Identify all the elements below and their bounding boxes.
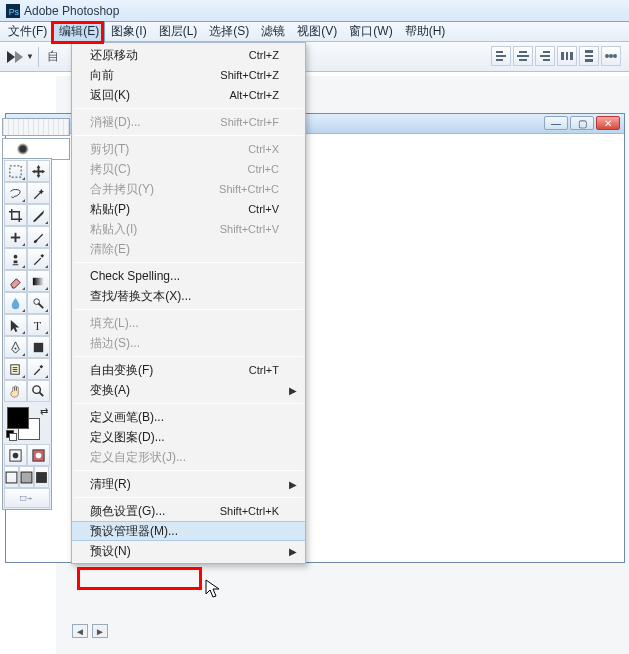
tool-eyedropper[interactable] — [27, 358, 50, 380]
svg-rect-3 — [566, 52, 568, 60]
svg-rect-14 — [33, 277, 44, 285]
tool-crop[interactable] — [4, 204, 27, 226]
menu-separator — [74, 309, 303, 310]
tool-dodge[interactable] — [27, 292, 50, 314]
tool-notes[interactable] — [4, 358, 27, 380]
svg-rect-7 — [585, 59, 593, 62]
svg-point-9 — [609, 54, 613, 58]
svg-text:T: T — [34, 319, 42, 333]
color-swatches: ⇄ — [4, 404, 50, 442]
menubar: 文件(F) 编辑(E) 图象(I) 图层(L) 选择(S) 滤镜 视图(V) 窗… — [0, 22, 629, 42]
minimize-button[interactable]: — — [544, 116, 568, 130]
tool-hand[interactable] — [4, 380, 27, 402]
submenu-arrow-icon: ▶ — [289, 385, 297, 396]
menu-item-stroke: 描边(S)... — [72, 333, 305, 353]
tool-stamp[interactable] — [4, 248, 27, 270]
menu-image[interactable]: 图象(I) — [105, 21, 152, 42]
menu-item-purge[interactable]: 清理(R)▶ — [72, 474, 305, 494]
menu-file[interactable]: 文件(F) — [2, 21, 53, 42]
submenu-arrow-icon: ▶ — [289, 546, 297, 557]
svg-rect-13 — [15, 232, 17, 241]
menu-layer[interactable]: 图层(L) — [153, 21, 204, 42]
tool-slice[interactable] — [27, 204, 50, 226]
menu-separator — [74, 135, 303, 136]
canvas-pager: ◄ ► — [72, 624, 108, 638]
menu-item-color-settings[interactable]: 颜色设置(G)...Shift+Ctrl+K — [72, 501, 305, 521]
menu-item-preset-manager[interactable]: 预设管理器(M)... — [72, 521, 305, 541]
tool-gradient[interactable] — [27, 270, 50, 292]
options-label-auto: 自 — [47, 48, 59, 65]
menu-item-paste-into: 粘贴入(I)Shift+Ctrl+V — [72, 219, 305, 239]
menu-item-paste[interactable]: 粘贴(P)Ctrl+V — [72, 199, 305, 219]
menu-item-check-spelling[interactable]: Check Spelling... — [72, 266, 305, 286]
menu-item-undo[interactable]: 还原移动Ctrl+Z — [72, 45, 305, 65]
screenmode-menubar-button[interactable] — [19, 466, 34, 488]
tool-shape[interactable] — [27, 336, 50, 358]
maximize-button[interactable]: ▢ — [570, 116, 594, 130]
tool-pen[interactable] — [4, 336, 27, 358]
menu-edit[interactable]: 编辑(E) — [53, 21, 105, 42]
swap-colors-button[interactable]: ⇄ — [40, 406, 48, 417]
window-controls: — ▢ ✕ — [544, 116, 620, 130]
pager-next-button[interactable]: ► — [92, 624, 108, 638]
menu-item-fill: 填充(L)... — [72, 313, 305, 333]
menu-select[interactable]: 选择(S) — [203, 21, 255, 42]
foreground-color-swatch[interactable] — [7, 407, 29, 429]
menu-item-preferences[interactable]: 预设(N)▶ — [72, 541, 305, 561]
menu-window[interactable]: 窗口(W) — [343, 21, 398, 42]
pager-prev-button[interactable]: ◄ — [72, 624, 88, 638]
menu-item-transform[interactable]: 变换(A)▶ — [72, 380, 305, 400]
tool-preset-button[interactable]: ▼ — [6, 50, 34, 64]
tool-heal[interactable] — [4, 226, 27, 248]
tool-blur[interactable] — [4, 292, 27, 314]
tool-wand[interactable] — [27, 182, 50, 204]
menu-item-step-forward[interactable]: 向前Shift+Ctrl+Z — [72, 65, 305, 85]
svg-point-20 — [33, 385, 41, 393]
tool-move[interactable] — [27, 160, 50, 182]
jump-to-imageready-button[interactable] — [4, 488, 50, 508]
menu-view[interactable]: 视图(V) — [291, 21, 343, 42]
tool-type[interactable]: T — [27, 314, 50, 336]
menu-item-define-shape: 定义自定形状(J)... — [72, 447, 305, 467]
svg-point-24 — [36, 452, 42, 458]
distribute-h-button[interactable] — [557, 46, 577, 66]
tool-zoom[interactable] — [27, 380, 50, 402]
menu-help[interactable]: 帮助(H) — [399, 21, 452, 42]
menu-filter[interactable]: 滤镜 — [255, 21, 291, 42]
toolbox: T ⇄ — [2, 158, 52, 510]
align-center-button[interactable] — [513, 46, 533, 66]
menu-item-define-brush[interactable]: 定义画笔(B)... — [72, 407, 305, 427]
align-right-button[interactable] — [535, 46, 555, 66]
tool-path-select[interactable] — [4, 314, 27, 336]
menu-item-free-transform[interactable]: 自由变换(F)Ctrl+T — [72, 360, 305, 380]
app-title: Adobe Photoshop — [24, 4, 119, 18]
align-left-button[interactable] — [491, 46, 511, 66]
edit-menu-dropdown: 还原移动Ctrl+Z 向前Shift+Ctrl+Z 返回(K)Alt+Ctrl+… — [71, 42, 306, 564]
menu-separator — [74, 108, 303, 109]
svg-rect-2 — [561, 52, 564, 60]
close-button[interactable]: ✕ — [596, 116, 620, 130]
quickmask-off-button[interactable] — [4, 444, 27, 466]
distribute-button[interactable] — [601, 46, 621, 66]
menu-item-define-pattern[interactable]: 定义图案(D)... — [72, 427, 305, 447]
quickmask-on-button[interactable] — [27, 444, 50, 466]
tool-brush[interactable] — [27, 226, 50, 248]
svg-rect-26 — [21, 472, 32, 483]
menu-item-step-backward[interactable]: 返回(K)Alt+Ctrl+Z — [72, 85, 305, 105]
distribute-v-button[interactable] — [579, 46, 599, 66]
tool-marquee[interactable] — [4, 160, 27, 182]
svg-text:Ps: Ps — [9, 6, 20, 16]
tool-lasso[interactable] — [4, 182, 27, 204]
screenmode-full-button[interactable] — [34, 466, 49, 488]
screenmode-standard-button[interactable] — [4, 466, 19, 488]
menu-item-find-replace[interactable]: 查找/替换文本(X)... — [72, 286, 305, 306]
default-colors-button[interactable] — [6, 430, 16, 440]
menu-item-fade: 消褪(D)...Shift+Ctrl+F — [72, 112, 305, 132]
tool-eraser[interactable] — [4, 270, 27, 292]
menu-separator — [74, 262, 303, 263]
svg-rect-27 — [36, 472, 47, 483]
svg-rect-18 — [34, 342, 43, 351]
options-right-buttons — [491, 46, 621, 66]
tool-history-brush[interactable] — [27, 248, 50, 270]
menu-separator — [74, 356, 303, 357]
